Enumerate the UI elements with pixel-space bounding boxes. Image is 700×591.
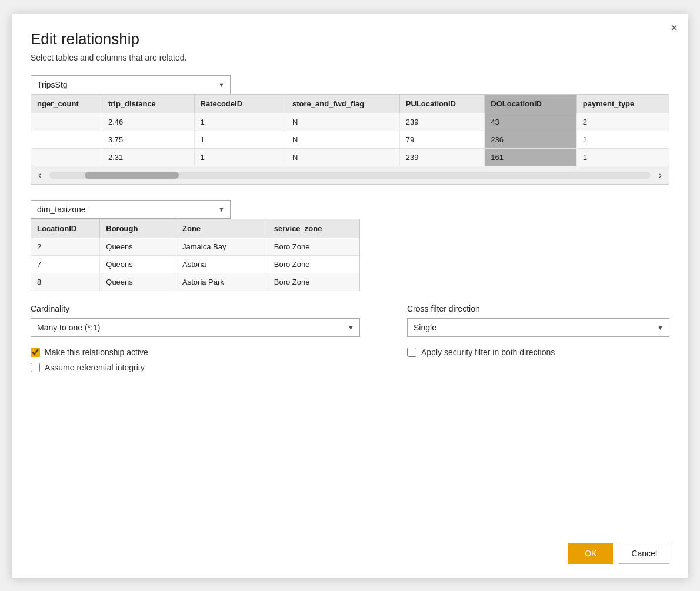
- scroll-left-arrow[interactable]: ‹: [36, 170, 44, 181]
- col-borough: Borough: [100, 219, 176, 238]
- table1-select-wrapper[interactable]: TripsStg: [31, 75, 231, 94]
- table1-select[interactable]: TripsStg: [31, 75, 231, 94]
- table1-container: nger_count trip_distance RatecodeID stor…: [31, 94, 669, 185]
- table-row: 7 Queens Astoria Boro Zone: [31, 255, 359, 273]
- security-checkbox-row: Apply security filter in both directions: [407, 348, 669, 357]
- dialog-subtitle: Select tables and columns that are relat…: [31, 53, 669, 62]
- cardinality-label: Cardinality: [31, 304, 360, 313]
- col-service-zone: service_zone: [268, 219, 359, 238]
- table2-select[interactable]: dim_taxizone: [31, 200, 231, 219]
- cardinality-select-wrapper[interactable]: Many to one (*:1) One to many (1:*) One …: [31, 318, 360, 337]
- dialog-title: Edit relationship: [31, 30, 669, 48]
- col-ratecodeid: RatecodeID: [194, 95, 286, 113]
- bottom-right: Cross filter direction Single Both Apply…: [407, 304, 669, 363]
- bottom-left: Cardinality Many to one (*:1) One to man…: [31, 304, 360, 378]
- bottom-section: Cardinality Many to one (*:1) One to man…: [31, 304, 669, 378]
- col-trip-distance: trip_distance: [102, 95, 194, 113]
- security-checkbox-label: Apply security filter in both directions: [421, 348, 555, 357]
- col-locationid: LocationID: [31, 219, 100, 238]
- crossfilter-select[interactable]: Single Both: [407, 318, 669, 337]
- table2-container: LocationID Borough Zone service_zone 2 Q…: [31, 219, 360, 291]
- referential-checkbox-label: Assume referential integrity: [45, 363, 145, 372]
- table-row: 8 Queens Astoria Park Boro Zone: [31, 273, 359, 291]
- table-row: 3.75 1 N 79 236 1: [31, 131, 669, 148]
- ok-button[interactable]: OK: [568, 543, 613, 564]
- security-checkboxes-section: Apply security filter in both directions: [407, 348, 669, 357]
- referential-checkbox-row: Assume referential integrity: [31, 363, 360, 372]
- footer-buttons: OK Cancel: [568, 543, 669, 564]
- table-row: 2.31 1 N 239 161 1: [31, 148, 669, 166]
- close-button[interactable]: ×: [671, 22, 678, 34]
- referential-checkbox[interactable]: [31, 363, 40, 372]
- edit-relationship-dialog: × Edit relationship Select tables and co…: [12, 14, 688, 578]
- col-zone: Zone: [176, 219, 268, 238]
- col-dolocationid: DOLocationID: [485, 95, 577, 113]
- scroll-track[interactable]: [49, 172, 650, 179]
- table1-scrollbar: ‹ ›: [31, 166, 669, 184]
- scroll-right-arrow[interactable]: ›: [656, 170, 664, 181]
- active-checkbox[interactable]: [31, 348, 40, 357]
- crossfilter-select-wrapper[interactable]: Single Both: [407, 318, 669, 337]
- cardinality-select[interactable]: Many to one (*:1) One to many (1:*) One …: [31, 318, 360, 337]
- col-nger-count: nger_count: [31, 95, 102, 113]
- scroll-thumb: [85, 172, 179, 179]
- table2-select-wrapper[interactable]: dim_taxizone: [31, 200, 231, 219]
- col-pulocationid: PULocationID: [399, 95, 485, 113]
- table-row: 2.46 1 N 239 43 2: [31, 113, 669, 131]
- table2: LocationID Borough Zone service_zone 2 Q…: [31, 219, 359, 291]
- security-checkbox[interactable]: [407, 348, 416, 357]
- col-payment-type: payment_type: [576, 95, 669, 113]
- col-store-fwd: store_and_fwd_flag: [286, 95, 400, 113]
- table1: nger_count trip_distance RatecodeID stor…: [31, 95, 669, 166]
- cancel-button[interactable]: Cancel: [619, 543, 669, 564]
- active-checkbox-label: Make this relationship active: [45, 348, 148, 357]
- table-row: 2 Queens Jamaica Bay Boro Zone: [31, 238, 359, 255]
- crossfilter-label: Cross filter direction: [407, 304, 669, 313]
- active-checkbox-row: Make this relationship active: [31, 348, 360, 357]
- checkboxes-section: Make this relationship active Assume ref…: [31, 348, 360, 372]
